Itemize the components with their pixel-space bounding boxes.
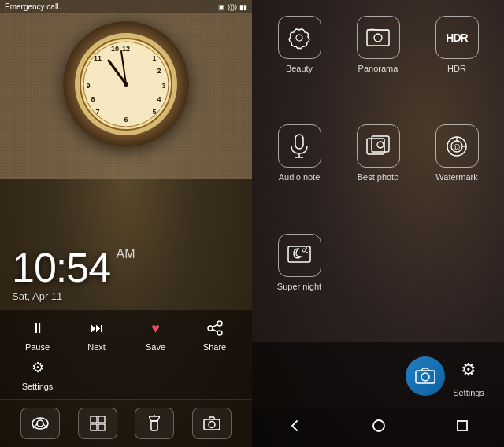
camera-app-icon[interactable] [406,356,445,396]
svg-rect-56 [458,421,467,430]
pause-button[interactable]: ⏸ Pause [16,316,59,352]
beauty-label: Beauty [286,64,313,73]
svg-text:1: 1 [152,54,156,62]
beauty-mode[interactable]: Beauty [264,16,335,116]
next-button[interactable]: ⏭ Next [75,316,118,352]
svg-point-51 [306,247,307,249]
audio-note-mode[interactable]: Audio note [264,124,335,225]
hdr-icon: HDR [435,16,479,59]
svg-rect-38 [295,135,303,149]
svg-text:9: 9 [86,82,90,90]
time-display: 10:54 AM Sat, Apr 11 [0,247,252,302]
svg-point-34 [209,422,215,428]
svg-point-22 [32,418,48,429]
svg-text:8: 8 [91,95,94,103]
audio-note-label: Audio note [279,172,321,182]
beauty-icon [278,16,321,59]
right-settings-button[interactable]: ⚙ Settings [453,354,484,397]
settings-button[interactable]: ⚙ Settings [16,356,59,391]
super-night-mode[interactable]: Super night [264,234,335,334]
bottom-icons-bar [0,399,252,447]
watermark-icon: @ [435,124,479,168]
save-label: Save [146,342,165,352]
svg-point-52 [306,252,308,253]
best-photo-icon [357,124,400,168]
audio-note-icon [278,124,321,168]
pause-label: Pause [25,342,50,352]
back-button[interactable] [276,415,313,441]
time-ampm: AM [117,247,135,260]
share-button[interactable]: Share [193,316,236,352]
controls-row: ⏸ Pause ⏭ Next ♥ Save [0,316,252,352]
left-panel: Emergency call... ▣ )))) ▮▮ 12 1 3 5 6 7 [0,0,252,447]
panorama-mode[interactable]: Panorama [343,16,413,116]
best-photo-mode[interactable]: Best photo [343,124,413,225]
panorama-label: Panorama [358,64,398,73]
svg-text:6: 6 [124,116,128,124]
hdr-mode[interactable]: HDR HDR [421,16,492,116]
svg-text:2: 2 [157,67,161,75]
camera-button[interactable] [192,408,232,439]
status-icons: ▣ )))) ▮▮ [218,3,247,11]
grid-button[interactable] [78,408,117,439]
watermark-label: Watermark [435,172,477,182]
svg-line-20 [213,325,217,327]
torch-button[interactable] [135,408,174,439]
clock-image: 12 1 3 5 6 7 9 11 10 2 4 8 [63,21,189,147]
settings-row: ⚙ Settings [0,356,252,391]
clock-svg: 12 1 3 5 6 7 9 11 10 2 4 8 [79,37,173,131]
settings-label: Settings [22,382,54,391]
navigation-bar [252,408,504,447]
wifi-icon: )))) [228,3,237,11]
right-bottom-controls: ⚙ Settings [252,342,504,408]
svg-text:12: 12 [122,45,130,53]
gear-icon: ⚙ [26,356,50,379]
svg-rect-26 [91,416,97,423]
time-row: 10:54 AM [12,247,240,288]
hdr-label: HDR [447,64,466,73]
next-label: Next [87,342,106,352]
right-settings-label: Settings [453,388,484,397]
svg-point-50 [302,249,306,252]
svg-point-54 [421,373,429,381]
clock-face: 12 1 3 5 6 7 9 11 10 2 4 8 [75,33,177,135]
next-icon: ⏭ [85,316,109,340]
svg-point-35 [296,35,302,41]
heart-icon: ♥ [144,316,168,340]
panorama-icon [357,16,400,59]
svg-point-19 [217,331,222,335]
svg-text:5: 5 [152,108,156,116]
eye-button[interactable] [20,408,60,439]
svg-text:7: 7 [95,108,99,116]
recent-button[interactable] [444,416,480,440]
time-main: 10:54 [12,245,110,290]
share-icon [203,316,227,340]
super-night-icon [278,234,321,277]
emergency-text: Emergency call... [5,2,65,11]
right-panel: Beauty Panorama HDR HDR [252,0,504,447]
svg-point-16 [124,82,128,87]
svg-marker-31 [149,416,160,421]
date-display: Sat, Apr 11 [12,290,240,302]
right-settings-row: ⚙ Settings [264,350,492,404]
signal-icon: ▣ [218,3,225,11]
save-button[interactable]: ♥ Save [134,316,177,352]
super-night-label: Super night [277,282,321,291]
watermark-mode[interactable]: @ Watermark [421,124,492,225]
svg-point-18 [208,326,213,331]
status-bar: Emergency call... ▣ )))) ▮▮ [0,0,252,13]
camera-modes-grid: Beauty Panorama HDR HDR [252,0,504,342]
svg-point-37 [374,34,382,42]
svg-rect-27 [98,416,105,423]
svg-text:3: 3 [161,82,165,90]
svg-text:4: 4 [157,95,161,103]
home-button[interactable] [360,415,398,441]
svg-rect-36 [367,30,389,46]
best-photo-label: Best photo [358,172,399,182]
battery-icon: ▮▮ [239,3,247,11]
share-label: Share [203,342,226,352]
svg-point-43 [377,142,384,148]
svg-rect-30 [151,421,158,430]
controls-area: ⏸ Pause ⏭ Next ♥ Save [0,310,252,399]
svg-text:11: 11 [94,54,102,62]
